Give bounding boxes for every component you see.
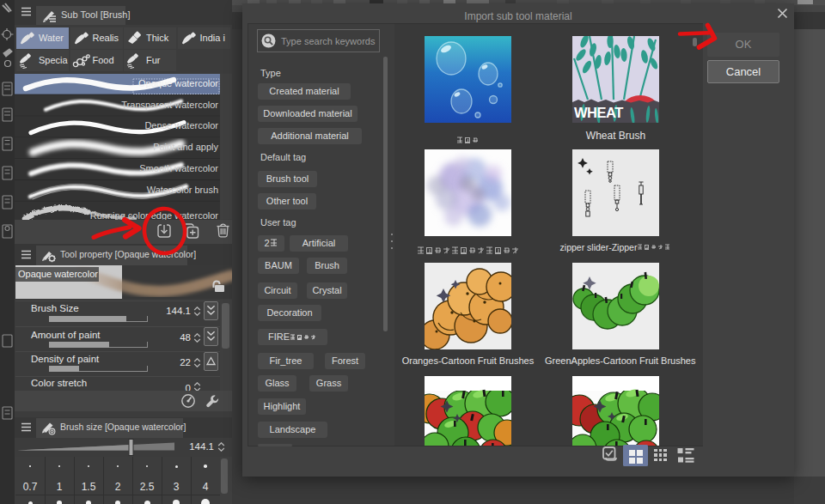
svg-text:WHEAT: WHEAT <box>574 105 623 120</box>
